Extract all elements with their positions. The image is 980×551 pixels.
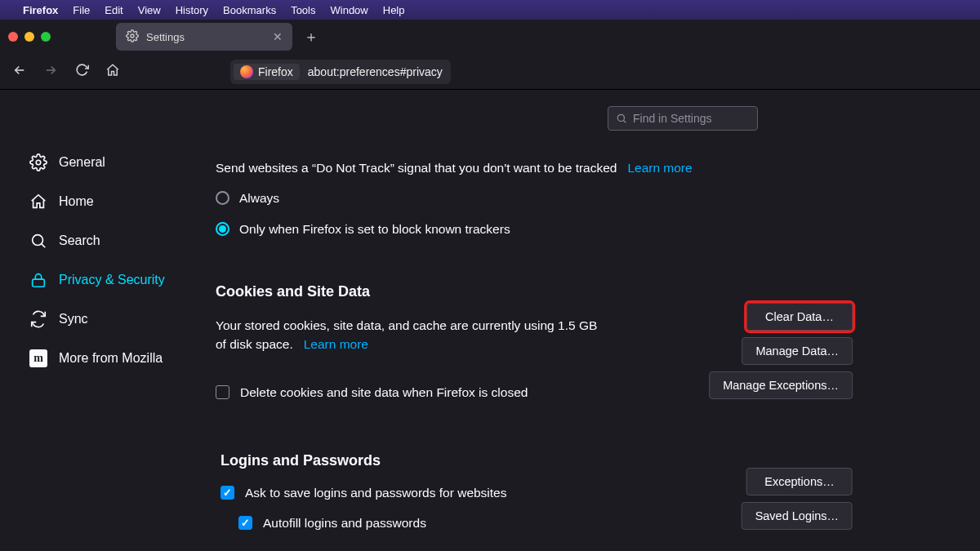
radio-label: Always xyxy=(239,189,279,207)
checkbox-icon xyxy=(238,516,252,530)
nav-label: Search xyxy=(59,233,100,248)
url-text: about:preferences#privacy xyxy=(308,65,443,78)
firefox-icon xyxy=(240,65,253,78)
checkbox-icon xyxy=(220,486,234,500)
nav-label: General xyxy=(59,155,105,170)
radio-icon xyxy=(216,191,229,205)
search-icon xyxy=(616,113,627,124)
svg-point-3 xyxy=(33,235,43,246)
tab-title: Settings xyxy=(146,31,185,43)
gear-icon xyxy=(29,153,47,171)
logins-section: Logins and Passwords Ask to save logins … xyxy=(216,450,771,533)
svg-point-2 xyxy=(36,160,41,165)
dnt-option-only-known[interactable]: Only when Firefox is set to block known … xyxy=(216,220,771,238)
dnt-radio-group: Always Only when Firefox is set to block… xyxy=(216,189,771,238)
close-tab-icon[interactable]: ✕ xyxy=(273,30,283,43)
app-menu[interactable]: Firefox xyxy=(23,4,58,16)
nav-label: Sync xyxy=(59,312,88,327)
autofill-logins-row[interactable]: Autofill logins and passwords xyxy=(238,513,771,532)
gear-icon xyxy=(126,29,139,45)
cookies-usage-text: Your stored cookies, site data, and cach… xyxy=(216,318,597,351)
home-icon xyxy=(29,193,47,211)
identity-label: Firefox xyxy=(258,65,293,78)
nav-more-from-mozilla[interactable]: m More from Mozilla xyxy=(29,349,193,367)
tab-settings[interactable]: Settings ✕ xyxy=(116,23,292,51)
checkbox-label: Autofill logins and passwords xyxy=(263,513,426,532)
cookies-button-column: Clear Data… Manage Data… Manage Exceptio… xyxy=(709,303,853,399)
nav-sync[interactable]: Sync xyxy=(29,310,193,328)
cookies-usage: Your stored cookies, site data, and cach… xyxy=(216,316,599,354)
ask-save-logins-row[interactable]: Ask to save logins and passwords for web… xyxy=(220,483,771,502)
settings-page: Find in Settings General Home Search Pri… xyxy=(0,90,980,551)
sync-icon xyxy=(29,310,47,328)
dnt-learn-more-link[interactable]: Learn more xyxy=(627,161,692,175)
nav-privacy-security[interactable]: Privacy & Security xyxy=(29,271,193,289)
search-icon xyxy=(29,232,47,250)
settings-search[interactable]: Find in Settings xyxy=(608,106,758,131)
manage-exceptions-button[interactable]: Manage Exceptions… xyxy=(709,371,853,399)
url-bar[interactable]: Firefox about:preferences#privacy xyxy=(230,60,451,84)
svg-rect-4 xyxy=(33,279,45,287)
saved-logins-button[interactable]: Saved Logins… xyxy=(742,502,853,530)
tab-strip: Settings ✕ ＋ xyxy=(0,20,980,54)
dnt-option-always[interactable]: Always xyxy=(216,189,771,207)
menu-window[interactable]: Window xyxy=(331,4,368,16)
delete-on-close-row[interactable]: Delete cookies and site data when Firefo… xyxy=(216,383,771,402)
checkbox-label: Delete cookies and site data when Firefo… xyxy=(240,383,528,402)
minimize-window-button[interactable] xyxy=(24,32,34,42)
svg-point-0 xyxy=(131,34,134,38)
home-button[interactable] xyxy=(105,63,121,81)
cookies-learn-more-link[interactable]: Learn more xyxy=(304,337,368,351)
logins-heading: Logins and Passwords xyxy=(220,450,771,472)
lock-icon xyxy=(29,271,47,289)
back-button[interactable] xyxy=(11,63,28,81)
macos-menubar: Firefox File Edit View History Bookmarks… xyxy=(0,0,980,20)
forward-button[interactable] xyxy=(42,63,59,81)
nav-label: More from Mozilla xyxy=(59,351,163,366)
close-window-button[interactable] xyxy=(8,32,18,42)
nav-search[interactable]: Search xyxy=(29,232,193,250)
reload-button[interactable] xyxy=(74,63,90,80)
menu-view[interactable]: View xyxy=(138,4,161,16)
manage-data-button[interactable]: Manage Data… xyxy=(742,337,853,365)
mozilla-icon: m xyxy=(29,349,47,367)
menu-bookmarks[interactable]: Bookmarks xyxy=(223,4,276,16)
dnt-text: Send websites a “Do Not Track” signal th… xyxy=(216,161,617,175)
logins-exceptions-button[interactable]: Exceptions… xyxy=(746,468,853,495)
logins-button-column: Exceptions… Saved Logins… xyxy=(742,468,853,530)
radio-label: Only when Firefox is set to block known … xyxy=(239,220,510,238)
clear-data-button[interactable]: Clear Data… xyxy=(746,303,853,331)
zoom-window-button[interactable] xyxy=(41,32,51,42)
settings-main: Send websites a “Do Not Track” signal th… xyxy=(216,158,771,532)
checkbox-label: Ask to save logins and passwords for web… xyxy=(245,483,507,502)
nav-general[interactable]: General xyxy=(29,153,193,171)
menu-help[interactable]: Help xyxy=(383,4,405,16)
radio-icon xyxy=(216,222,229,236)
menu-file[interactable]: File xyxy=(73,4,90,16)
dnt-description: Send websites a “Do Not Track” signal th… xyxy=(216,158,771,177)
new-tab-button[interactable]: ＋ xyxy=(299,24,323,49)
menu-tools[interactable]: Tools xyxy=(291,4,315,16)
cookies-heading: Cookies and Site Data xyxy=(216,281,771,303)
menu-history[interactable]: History xyxy=(176,4,208,16)
nav-home[interactable]: Home xyxy=(29,193,193,211)
checkbox-icon xyxy=(216,385,229,399)
nav-label: Privacy & Security xyxy=(59,273,165,287)
settings-sidebar: General Home Search Privacy & Security S… xyxy=(29,153,193,367)
identity-badge[interactable]: Firefox xyxy=(234,64,300,80)
nav-label: Home xyxy=(59,194,94,209)
window-controls xyxy=(8,32,51,42)
svg-point-1 xyxy=(617,114,624,121)
nav-toolbar: Firefox about:preferences#privacy xyxy=(0,54,980,90)
settings-search-placeholder: Find in Settings xyxy=(633,112,712,125)
menu-edit[interactable]: Edit xyxy=(105,4,122,16)
